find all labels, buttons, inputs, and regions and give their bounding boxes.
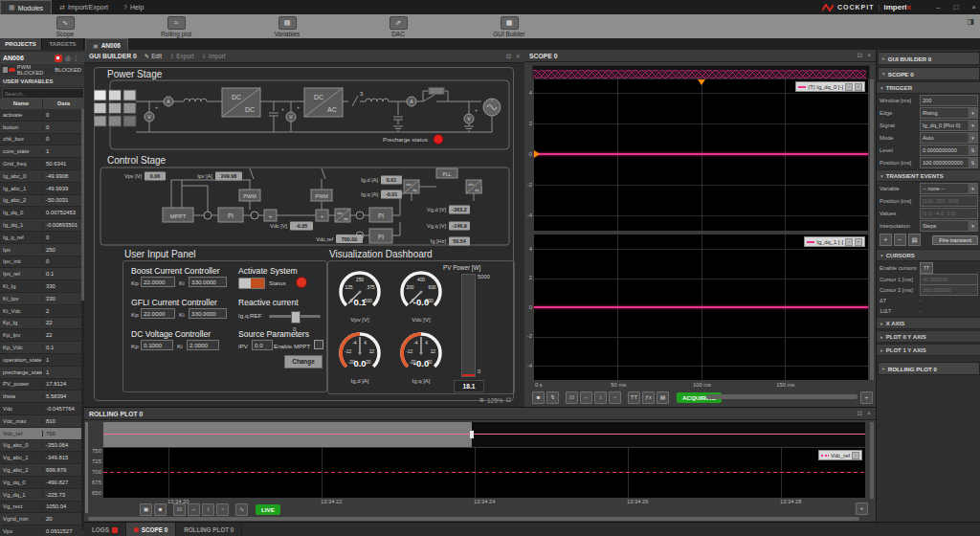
stop-icon[interactable]: ■ bbox=[154, 503, 167, 516]
table-row[interactable]: chk_box0 bbox=[0, 134, 84, 146]
chevron-down-icon[interactable]: ▾ bbox=[968, 108, 977, 118]
scope-plot-0[interactable]: 420-2-4(T) Ig_dq_0 [-]▫× bbox=[534, 79, 868, 231]
table-row[interactable]: Vg_abc_1-349.815 bbox=[0, 452, 84, 464]
variable-value[interactable]: 330 bbox=[42, 283, 84, 289]
table-row[interactable]: Vpv0.0911527 bbox=[0, 525, 84, 536]
variable-value[interactable]: 700 bbox=[42, 431, 84, 436]
variable-value[interactable]: 50.6341 bbox=[42, 161, 84, 167]
export-data-icon[interactable]: ▤ bbox=[657, 391, 669, 404]
ribbon-collapse-icon[interactable]: ◨ bbox=[967, 17, 974, 26]
rolling-overview-strip[interactable] bbox=[103, 422, 865, 447]
rolling-left-scrollbar[interactable] bbox=[85, 422, 88, 513]
table-row[interactable]: Vdc-0.0457764 bbox=[0, 403, 84, 415]
variable-value[interactable]: -0.00893501 bbox=[42, 222, 84, 228]
zoom-vertical-icon[interactable]: ↕ bbox=[594, 391, 607, 404]
variable-value[interactable]: 2 bbox=[42, 308, 84, 314]
pin-icon[interactable]: ▫ bbox=[852, 452, 859, 459]
table-row[interactable]: operation_state1 bbox=[0, 354, 84, 367]
dcv-kp-field[interactable] bbox=[141, 340, 173, 350]
bottom-tab-scope-0[interactable]: SCOPE 0 bbox=[126, 523, 176, 536]
zoom-reset-icon[interactable]: ▫ bbox=[216, 503, 229, 516]
cursors-section-header[interactable]: ▾CURSORS bbox=[877, 249, 980, 261]
variable-value[interactable]: 0 bbox=[42, 136, 84, 142]
chevron-down-icon[interactable]: ▾ bbox=[968, 121, 977, 130]
table-row[interactable]: Vgrid_min20 bbox=[0, 513, 84, 525]
scope-h-scrollbar[interactable] bbox=[706, 394, 858, 399]
input-control[interactable]: 200 bbox=[920, 95, 978, 106]
gui-builder-tool[interactable]: ▦GUI Builder bbox=[482, 16, 536, 37]
boost-kp-field[interactable] bbox=[141, 277, 175, 287]
zoom-vertical-icon[interactable]: ↕ bbox=[202, 503, 214, 516]
table-row[interactable]: Ig_abc_0-49.9908 bbox=[0, 170, 84, 183]
bottom-tab-logs[interactable]: LOGS bbox=[84, 523, 126, 536]
table-row[interactable]: Kp_Ig22 bbox=[0, 318, 84, 330]
variable-value[interactable]: 0.0911527 bbox=[42, 528, 84, 534]
chevron-down-icon[interactable]: ▾ bbox=[968, 221, 977, 231]
cursors-icon[interactable]: ΤΤ bbox=[628, 391, 640, 404]
sidebar-tab-targets[interactable]: TARGETS bbox=[42, 38, 84, 50]
table-row[interactable]: Vg_dq_1-225.73 bbox=[0, 489, 84, 502]
group-gui-builder[interactable]: ▸GUI BUILDER 0 bbox=[878, 52, 980, 65]
variable-value[interactable]: -350.064 bbox=[42, 442, 84, 448]
table-row[interactable]: Ki_Vdc2 bbox=[0, 305, 84, 318]
menu-modules[interactable]: ▦Modules bbox=[0, 0, 52, 14]
search-input[interactable] bbox=[2, 88, 84, 99]
gfli-kp-field[interactable] bbox=[141, 308, 175, 319]
section-plot-0-y-axis[interactable]: ▸PLOT 0 Y AXIS bbox=[877, 330, 980, 343]
variable-value[interactable]: 1 bbox=[42, 357, 84, 363]
variable-value[interactable]: 17.8124 bbox=[42, 381, 84, 387]
igq-ref-slider[interactable] bbox=[269, 315, 321, 318]
float-panel-icon[interactable]: ⊡ bbox=[858, 52, 862, 59]
scope-tool[interactable]: ∿Scope bbox=[38, 16, 92, 37]
group-rolling-plot[interactable]: ▸ROLLING PLOT 0 bbox=[878, 362, 980, 375]
menu-help[interactable]: ?Help bbox=[116, 0, 151, 14]
variable-value[interactable]: 0.1 bbox=[42, 271, 84, 277]
rolling-plot-area[interactable]: 750725700675650Vdc_ref▫ bbox=[103, 448, 865, 498]
table-row[interactable]: Grid_freq50.6341 bbox=[0, 158, 84, 170]
table-row[interactable]: Ig_q_ref0 bbox=[0, 232, 84, 244]
scope-overview-strip[interactable] bbox=[532, 65, 870, 79]
scope-plot-1[interactable]: 420-2-4Ig_dq_1 [-]▫× bbox=[534, 234, 868, 380]
table-row[interactable]: Ipv250 bbox=[0, 244, 84, 257]
pin-icon[interactable]: ▫ bbox=[845, 238, 853, 246]
pause-icon[interactable]: ▣ bbox=[140, 503, 152, 516]
table-row[interactable]: Vg_rect1050.04 bbox=[0, 502, 84, 514]
transient-section-header[interactable]: ▾TRANSIENT EVENTS bbox=[877, 169, 980, 182]
close-icon[interactable]: × bbox=[855, 83, 862, 91]
variable-value[interactable]: -50.0031 bbox=[42, 197, 84, 203]
change-button[interactable]: Change bbox=[284, 355, 323, 368]
variable-value[interactable]: -490.827 bbox=[42, 480, 84, 485]
select-control[interactable]: -- none --▾ bbox=[920, 183, 978, 194]
table-row[interactable]: Ipv_ref0.1 bbox=[0, 268, 84, 280]
table-row[interactable]: button0 bbox=[0, 122, 84, 134]
math-icon[interactable]: ƒx bbox=[642, 391, 655, 404]
variable-value[interactable]: 0 bbox=[42, 234, 84, 240]
duplicate-event-button[interactable]: ▤ bbox=[908, 234, 921, 246]
rolling-plot-tool[interactable]: ≈Rolling plot bbox=[149, 16, 203, 37]
table-row[interactable]: activate0 bbox=[0, 109, 84, 122]
dac-tool[interactable]: ⇗DAC bbox=[371, 16, 425, 37]
variables-tool[interactable]: ▤Variables bbox=[260, 16, 314, 37]
variable-value[interactable]: 1050.04 bbox=[42, 503, 84, 509]
variable-value[interactable]: 20 bbox=[42, 516, 84, 522]
spinner-icon[interactable]: ⇅ bbox=[968, 145, 977, 155]
activate-toggle[interactable] bbox=[238, 278, 265, 289]
table-row[interactable]: Ig_dq_00.00752453 bbox=[0, 207, 84, 219]
close-icon[interactable]: × bbox=[855, 238, 862, 246]
sidebar-tab-projects[interactable]: PROJECTS bbox=[0, 38, 42, 50]
fire-transient-button[interactable]: Fire transient bbox=[932, 235, 978, 245]
column-data[interactable]: Data bbox=[43, 99, 84, 109]
float-panel-icon[interactable]: ⊡ bbox=[858, 410, 862, 417]
zoom-horizontal-icon[interactable]: ↔ bbox=[580, 391, 592, 404]
import-button[interactable]: ⇩Import bbox=[201, 53, 225, 59]
spinner-icon[interactable]: ⇅ bbox=[968, 158, 977, 168]
variable-value[interactable]: -225.73 bbox=[42, 492, 84, 498]
variable-value[interactable]: -349.815 bbox=[42, 455, 84, 460]
variable-value[interactable]: 699.879 bbox=[42, 467, 84, 473]
variable-value[interactable]: 250 bbox=[42, 247, 84, 253]
variable-value[interactable]: 330 bbox=[42, 296, 84, 302]
table-row[interactable]: Vg_dq_0-490.827 bbox=[0, 477, 84, 489]
trigger-level-marker[interactable] bbox=[534, 150, 540, 158]
user-variables-header[interactable]: USER VARIABLES bbox=[0, 76, 84, 87]
section-x-axis[interactable]: ▸X AXIS bbox=[877, 317, 980, 329]
